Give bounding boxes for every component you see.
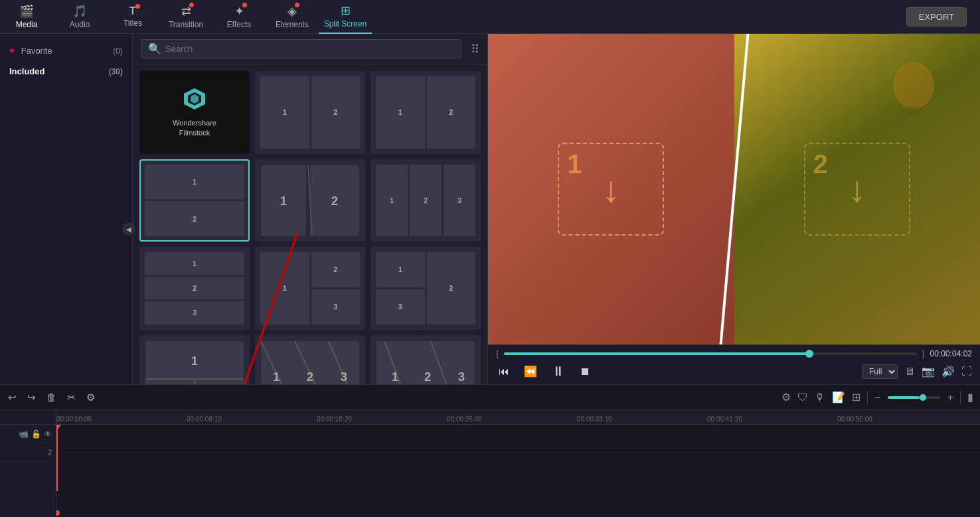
time-bracket-start: { (496, 349, 499, 358)
split-3c-diag-cell[interactable]: 1 2 (255, 159, 365, 242)
filter-button[interactable]: ⚙ (85, 390, 96, 405)
seg: 2 (145, 201, 244, 236)
search-icon: 🔍 (148, 42, 161, 55)
filmstock-cell[interactable]: WondershareFilmstock (139, 71, 250, 154)
svg-point-29 (894, 62, 934, 109)
top-nav: 🎬 Media 🎵 Audio T Titles ⇄ Transition ✦ … (0, 0, 980, 34)
stop-button[interactable]: ⏹ (577, 364, 593, 379)
zoom-fill (888, 396, 920, 399)
drop-zone-1-number: 1 (567, 149, 582, 179)
monitor-icon[interactable]: 🖥 (904, 366, 915, 378)
seg: 3 (376, 289, 425, 325)
split-3diag3-cell[interactable]: 1 2 3 (370, 335, 481, 385)
seg: 1 (376, 76, 425, 149)
split-3mixed-cell[interactable]: 1 2 3 (255, 247, 365, 330)
svg-text:1: 1 (280, 194, 287, 208)
sidebar-included-label: Included (9, 66, 44, 76)
timeline-shield-icon[interactable]: 🛡 (797, 392, 808, 404)
preview-split: 1 ↓ (488, 34, 980, 344)
nav-splitscreen[interactable]: ⊞ Split Screen (319, 0, 372, 34)
nav-effects-label: Effects (227, 20, 251, 29)
skip-back-button[interactable]: ⏮ (496, 364, 512, 379)
split-3c-cell[interactable]: 1 2 3 (370, 159, 481, 242)
nav-audio[interactable]: 🎵 Audio (53, 0, 106, 34)
delete-button[interactable]: 🗑 (45, 390, 58, 404)
grid-view-toggle[interactable]: ⠿ (471, 42, 479, 56)
track-lock-1[interactable]: 🔓 (31, 429, 41, 439)
ruler-spacer (0, 410, 56, 425)
seg: 2 (427, 252, 476, 325)
preview-area: 1 ↓ (488, 34, 980, 344)
playhead[interactable] (56, 425, 58, 491)
timeline-body: 📹 🔓 👁 2 00:00:00:00 00:00:08:10 00:00:16… (0, 410, 980, 517)
nav-elements[interactable]: ◈ Elements (266, 0, 319, 34)
split-3v-cell[interactable]: 1 2 3 (139, 247, 250, 330)
cut-button[interactable]: ✂ (66, 390, 77, 405)
playback-bar: { } 00:00:04:02 ⏮ ⏪ ⏸ ⏹ F (488, 344, 980, 384)
track-row-1 (56, 425, 980, 449)
collapse-panel-button[interactable]: ◀ (123, 223, 135, 235)
preview-left-pane: 1 ↓ (488, 34, 734, 344)
track-icon-1[interactable]: 📹 (19, 429, 29, 439)
step-back-button[interactable]: ⏪ (521, 364, 540, 379)
zoom-in-icon[interactable]: + (947, 392, 953, 404)
nav-media[interactable]: 🎬 Media (0, 0, 53, 34)
split-2v-cell-selected[interactable]: 1 2 (139, 159, 250, 242)
timeline-mic-icon[interactable]: 🎙 (815, 392, 825, 404)
nav-transition[interactable]: ⇄ Transition (159, 0, 212, 34)
timeline-text-icon[interactable]: 📝 (832, 391, 845, 404)
pause-button[interactable]: ⏸ (549, 362, 568, 380)
svg-text:1: 1 (392, 370, 398, 384)
fullscreen-icon[interactable]: ⛶ (961, 366, 972, 378)
search-input[interactable] (165, 44, 454, 54)
progress-row: { } 00:00:04:02 (496, 349, 972, 358)
redo-button[interactable]: ↪ (26, 390, 37, 405)
track-eye-1[interactable]: 👁 (44, 429, 52, 439)
heart-icon: ♥ (9, 46, 15, 56)
progress-thumb (805, 350, 813, 358)
ruler-mark-5: 00:00:41:20 (707, 415, 742, 423)
nav-titles[interactable]: T Titles (106, 0, 159, 34)
drop-zone-1[interactable]: 1 ↓ (558, 143, 664, 236)
seg: 1 (376, 165, 408, 237)
split-3diag1-cell[interactable]: 1 2 3 (139, 335, 250, 385)
volume-icon[interactable]: 🔊 (941, 365, 955, 378)
timeline-side-panel-icon[interactable]: ▮ (967, 391, 973, 404)
track-label-1: 📹 🔓 👁 (0, 425, 56, 443)
tl-separator (867, 391, 868, 404)
time-current: 00:00:04:02 (930, 349, 972, 358)
nav-audio-label: Audio (70, 20, 90, 29)
split-2h-cell-2[interactable]: 1 2 (370, 71, 481, 154)
zoom-out-icon[interactable]: − (874, 392, 880, 404)
zoom-slider-track[interactable] (888, 396, 941, 399)
camera-icon[interactable]: 📷 (922, 365, 935, 378)
timeline-layout-icon[interactable]: ⊞ (852, 391, 860, 404)
nav-effects[interactable]: ✦ Effects (212, 0, 266, 34)
right-panel: 1 ↓ (488, 34, 980, 384)
sidebar-item-included[interactable]: Included (30) (0, 61, 132, 82)
progress-track[interactable] (504, 352, 917, 355)
split-3diag2-cell[interactable]: 1 2 3 (255, 335, 365, 385)
track-number-2: 2 (48, 449, 52, 456)
drop-zone-2-number: 2 (813, 149, 828, 179)
split-3right-cell[interactable]: 1 2 3 (370, 247, 481, 330)
nav-splitscreen-label: Split Screen (324, 19, 367, 29)
quality-select[interactable]: Full (862, 364, 898, 379)
export-button[interactable]: EXPORT (906, 7, 967, 27)
tl-separator-2 (960, 391, 961, 404)
seg: 3 (145, 301, 244, 324)
splitscreen-icon: ⊞ (341, 3, 351, 18)
drop-zone-2[interactable]: 2 ↓ (804, 143, 910, 236)
drop-arrow-2: ↓ (848, 168, 866, 210)
preview-right-pane: 2 ↓ (734, 34, 981, 344)
timeline-right-controls: ⚙ 🛡 🎙 📝 ⊞ − + ▮ (781, 391, 973, 404)
seg: 1 (376, 252, 425, 287)
track-label-2: 2 (0, 443, 56, 462)
timeline-area: ↩ ↪ 🗑 ✂ ⚙ ⚙ 🛡 🎙 📝 ⊞ − + (0, 384, 980, 517)
nav-transition-label: Transition (169, 20, 203, 29)
timeline-settings-icon[interactable]: ⚙ (781, 391, 791, 404)
zoom-thumb (920, 394, 926, 401)
split-2h-cell-1[interactable]: 1 2 (255, 71, 365, 154)
undo-button[interactable]: ↩ (7, 390, 18, 405)
sidebar-item-favorite[interactable]: ♥ Favorite (0) (0, 40, 132, 61)
